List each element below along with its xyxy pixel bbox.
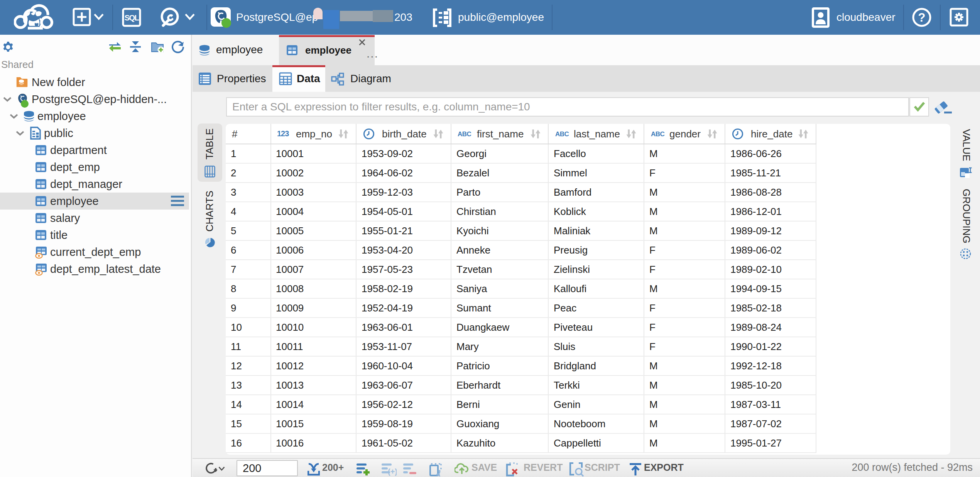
svg-text:123: 123	[277, 130, 289, 138]
svg-text:ABC: ABC	[651, 130, 665, 138]
svg-text:ABC: ABC	[458, 130, 471, 138]
svg-text:(+): (+)	[388, 467, 397, 476]
svg-text:ABC: ABC	[555, 130, 569, 138]
svg-text:SQL: SQL	[125, 14, 139, 22]
svg-text:?: ?	[918, 11, 926, 24]
